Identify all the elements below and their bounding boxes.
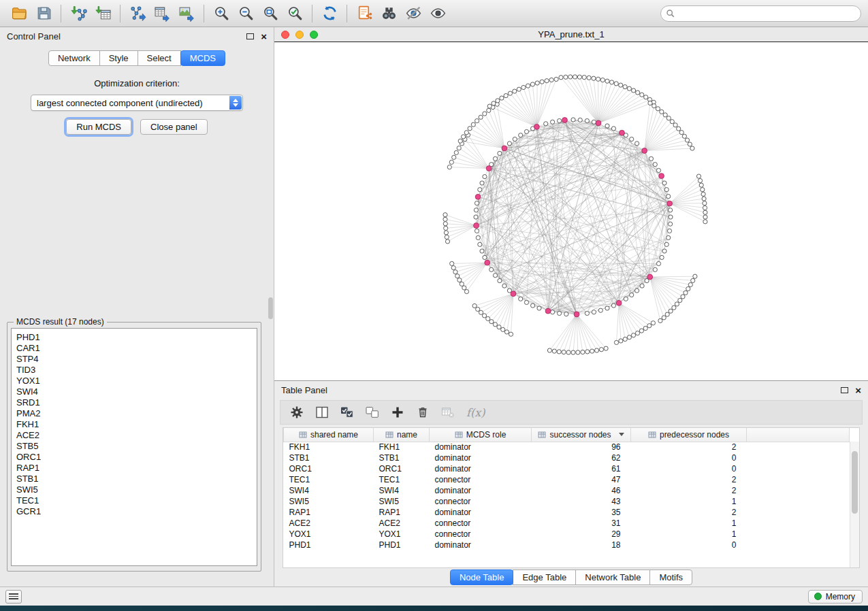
open-file-button[interactable]	[7, 3, 31, 24]
mcds-list-item[interactable]: ACE2	[16, 430, 257, 441]
table-row[interactable]: SWI4SWI4dominator462	[284, 485, 850, 496]
column-header-shared-name[interactable]: shared name	[284, 428, 374, 442]
delete-table-button[interactable]	[441, 406, 455, 419]
network-view[interactable]	[274, 42, 868, 380]
mcds-list-item[interactable]: SWI4	[16, 386, 257, 397]
show-graphics-details-button[interactable]	[425, 3, 450, 24]
run-mcds-button[interactable]: Run MCDS	[66, 119, 131, 135]
import-table-button[interactable]	[91, 3, 115, 24]
table-row[interactable]: ACE2ACE2connector311	[284, 518, 850, 529]
column-header-mcds-role[interactable]: MCDS role	[430, 428, 532, 442]
tab-motifs[interactable]: Motifs	[649, 569, 692, 585]
show-panels-button[interactable]	[5, 590, 22, 604]
mcds-list-item[interactable]: STP4	[16, 354, 257, 365]
close-panel-icon[interactable]: ×	[855, 385, 861, 395]
table-row[interactable]: YOX1YOX1connector291	[284, 529, 850, 540]
save-icon	[35, 5, 52, 22]
table-row[interactable]: SWI5SWI5connector431	[284, 496, 850, 507]
cell-mcds_role: dominator	[430, 507, 532, 518]
zoom-out-button[interactable]	[234, 3, 258, 24]
share-document-button[interactable]	[352, 3, 376, 24]
tab-edge-table[interactable]: Edge Table	[513, 569, 576, 585]
mcds-list-item[interactable]: SWI5	[16, 484, 257, 495]
table-tabs: Node Table Edge Table Network Table Moti…	[274, 568, 868, 587]
gear-icon	[290, 406, 304, 419]
mcds-list-item[interactable]: PMA2	[16, 408, 257, 419]
criterion-dropdown[interactable]: largest connected component (undirected)	[31, 95, 243, 111]
mcds-list-item[interactable]: STB1	[16, 474, 257, 484]
trash-icon	[416, 406, 430, 419]
tab-node-table[interactable]: Node Table	[450, 569, 514, 585]
cell-predecessors: 2	[631, 474, 747, 485]
network-window-titlebar[interactable]: YPA_prune.txt_1	[274, 27, 868, 42]
memory-button[interactable]: Memory	[808, 590, 863, 604]
save-session-button[interactable]	[31, 3, 56, 24]
table-row[interactable]: RAP1RAP1dominator352	[284, 507, 850, 518]
scrollbar-thumb[interactable]	[852, 451, 858, 514]
find-button[interactable]	[376, 3, 401, 24]
close-panel-button[interactable]: Close panel	[140, 119, 208, 135]
mcds-list-item[interactable]: STB5	[16, 441, 257, 452]
mcds-result-list[interactable]: PHD1CAR1STP4TID3YOX1SWI4SRD1PMA2FKH1ACE2…	[11, 328, 257, 566]
refresh-icon	[321, 5, 338, 22]
table-row[interactable]: ORC1ORC1dominator610	[284, 463, 850, 474]
hide-graphics-details-button[interactable]	[401, 3, 425, 24]
node-table-body: FKH1FKH1dominator962STB1STB1dominator620…	[284, 442, 850, 550]
share-document-icon	[356, 5, 373, 22]
float-panel-icon[interactable]	[841, 387, 848, 393]
mcds-list-item[interactable]: SRD1	[16, 397, 257, 408]
mcds-list-item[interactable]: YOX1	[16, 376, 257, 386]
column-header-successor-nodes[interactable]: successor nodes	[532, 428, 631, 442]
export-network-button[interactable]	[125, 3, 150, 24]
cell-mcds_role: dominator	[430, 463, 532, 474]
add-column-button[interactable]	[391, 406, 404, 419]
refresh-layout-button[interactable]	[317, 3, 342, 24]
mcds-list-item[interactable]: TEC1	[16, 495, 257, 506]
float-panel-icon[interactable]	[246, 33, 254, 39]
close-panel-icon[interactable]: ×	[261, 31, 267, 42]
network-canvas[interactable]	[274, 42, 868, 380]
table-row[interactable]: TEC1TEC1connector472	[284, 474, 850, 485]
mcds-list-item[interactable]: FKH1	[16, 419, 257, 430]
import-network-button[interactable]	[66, 3, 91, 24]
zoom-fit-button[interactable]	[258, 3, 283, 24]
column-header-name[interactable]: name	[374, 428, 430, 442]
tab-style[interactable]: Style	[99, 50, 138, 66]
cell-mcds_role: dominator	[430, 540, 532, 550]
export-image-button[interactable]	[174, 3, 199, 24]
tab-network[interactable]: Network	[48, 50, 100, 66]
table-row[interactable]: PHD1PHD1dominator180	[284, 540, 850, 550]
zoom-selected-button[interactable]	[283, 3, 307, 24]
window-close-icon[interactable]	[281, 31, 289, 39]
column-header-predecessor-nodes[interactable]: predecessor nodes	[631, 428, 747, 442]
mcds-list-item[interactable]: ORC1	[16, 452, 257, 463]
cell-shared_name: PHD1	[284, 540, 374, 550]
zoom-in-button[interactable]	[209, 3, 234, 24]
tab-select[interactable]: Select	[138, 50, 181, 66]
mcds-list-item[interactable]: CAR1	[16, 343, 257, 354]
export-table-button[interactable]	[150, 3, 174, 24]
mcds-list-item[interactable]: GCR1	[16, 506, 257, 517]
table-scrollbar[interactable]	[850, 442, 859, 567]
show-columns-button[interactable]	[315, 406, 329, 419]
search-input[interactable]	[660, 5, 861, 22]
function-builder-button[interactable]: f(x)	[466, 406, 485, 419]
tab-mcds[interactable]: MCDS	[180, 50, 225, 66]
table-row[interactable]: STB1STB1dominator620	[284, 452, 850, 463]
table-row[interactable]: FKH1FKH1dominator962	[284, 442, 850, 452]
cell-name: RAP1	[374, 507, 430, 518]
deselect-all-button[interactable]	[366, 406, 379, 419]
select-all-button[interactable]	[340, 406, 354, 419]
cell-name: YOX1	[374, 529, 430, 540]
mcds-list-item[interactable]: RAP1	[16, 463, 257, 474]
table-settings-button[interactable]	[290, 406, 304, 419]
optimization-criterion-label: Optimization criterion:	[0, 78, 274, 88]
delete-column-button[interactable]	[416, 406, 430, 419]
cell-predecessors: 1	[631, 496, 747, 507]
mcds-list-item[interactable]: TID3	[16, 365, 257, 376]
scrollbar-thumb[interactable]	[268, 297, 273, 319]
window-minimize-icon[interactable]	[295, 31, 304, 39]
mcds-list-item[interactable]: PHD1	[16, 332, 257, 343]
window-zoom-icon[interactable]	[310, 31, 318, 39]
tab-network-table[interactable]: Network Table	[575, 569, 650, 585]
